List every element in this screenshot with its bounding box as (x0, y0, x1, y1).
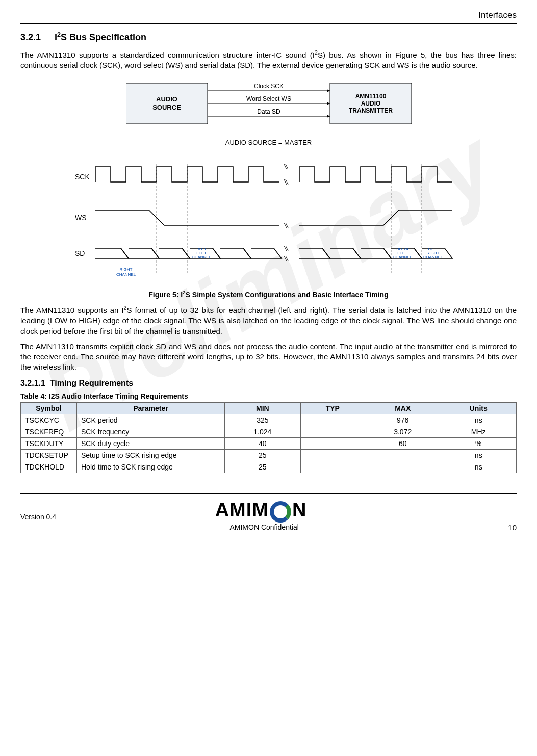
cell-min: 325 (225, 414, 301, 426)
th-symbol: Symbol (21, 402, 77, 414)
signal-clk: Clock SCK (253, 83, 283, 90)
label-sd: SD (75, 249, 85, 257)
th-parameter: Parameter (77, 402, 225, 414)
footer-version: Version 0.4 (20, 513, 56, 521)
table-row: TSCKDUTYSCK duty cycle4060% (21, 437, 517, 449)
table-row: TDCKSETUPSetup time to SCK rising edge25… (21, 449, 517, 461)
cell-parameter: Setup time to SCK rising edge (77, 449, 225, 461)
th-max: MAX (365, 402, 441, 414)
cell-units: ns (441, 414, 516, 426)
cell-max (365, 461, 441, 473)
cell-parameter: SCK period (77, 414, 225, 426)
cell-max: 60 (365, 437, 441, 449)
label-ws: WS (75, 214, 87, 222)
page-footer: Version 0.4 AMIMN AMIMON Confidential 10 (20, 493, 517, 532)
cell-typ (300, 449, 365, 461)
paragraph-1: The AMN11310 supports a standardized com… (20, 49, 517, 71)
th-typ: TYP (300, 402, 365, 414)
cell-max (365, 449, 441, 461)
cell-parameter: Hold time to SCK rising edge (77, 461, 225, 473)
signal-sd: Data SD (257, 108, 280, 115)
cell-units: MHz (441, 426, 516, 437)
cell-units: ns (441, 449, 516, 461)
timing-diagram: SCK WS SD (60, 162, 478, 285)
block-diagram: AUDIO SOURCE AMN11100 AUDIO TRANSMITTER … (126, 78, 412, 146)
header-rule (20, 23, 517, 24)
subsection-heading: 3.2.1.1 Timing Requirements (20, 379, 517, 388)
cell-max: 976 (365, 414, 441, 426)
subheading-title: Timing Requirements (50, 379, 133, 387)
cell-symbol: TDCKSETUP (21, 449, 77, 461)
paragraph-3: The AMN11310 transmits explicit clock SD… (20, 342, 517, 373)
table-row: TDCKHOLDHold time to SCK rising edge25ns (21, 461, 517, 473)
footer-confidential: AMIMON Confidential (229, 523, 298, 532)
cell-min: 25 (225, 449, 301, 461)
master-caption: AUDIO SOURCE = MASTER (126, 139, 412, 146)
cell-typ (300, 414, 365, 426)
table-header-row: Symbol Parameter MIN TYP MAX Units (21, 402, 517, 414)
right-box-line1: AMN11100 (355, 93, 386, 100)
right-channel-label: RIGHTCHANNEL (116, 267, 136, 277)
table-title: Table 4: I2S Audio Interface Timing Requ… (20, 392, 517, 400)
left-box-line1: AUDIO (156, 95, 177, 103)
cell-units: % (441, 437, 516, 449)
footer-rule (20, 493, 517, 494)
cell-symbol: TDCKHOLD (21, 461, 77, 473)
footer-page-number: 10 (508, 523, 517, 532)
header-section: Interfaces (20, 10, 517, 20)
cell-min: 40 (225, 437, 301, 449)
cell-symbol: TSCKCYC (21, 414, 77, 426)
cell-max: 3.072 (365, 426, 441, 437)
cell-parameter: SCK duty cycle (77, 437, 225, 449)
signal-ws: Word Select WS (246, 95, 291, 102)
heading-title: I2S Bus Specification (55, 32, 146, 42)
cell-min: 25 (225, 461, 301, 473)
heading-number: 3.2.1 (20, 32, 52, 43)
figure-caption: Figure 5: I2S Simple System Configuratio… (20, 290, 517, 299)
th-units: Units (441, 402, 516, 414)
cell-typ (300, 461, 365, 473)
cell-parameter: SCK frequency (77, 426, 225, 437)
timing-table: Symbol Parameter MIN TYP MAX Units TSCKC… (20, 402, 517, 473)
cell-typ (300, 437, 365, 449)
logo-o-icon (270, 501, 291, 523)
subheading-number: 3.2.1.1 (20, 379, 45, 387)
left-box-line2: SOURCE (152, 103, 181, 111)
amimon-logo: AMIMN (215, 499, 307, 521)
table-row: TSCKCYCSCK period325976ns (21, 414, 517, 426)
cell-symbol: TSCKDUTY (21, 437, 77, 449)
table-row: TSCKFREQSCK frequency1.0243.072MHz (21, 426, 517, 437)
right-box-line3: TRANSMITTER (349, 107, 393, 114)
paragraph-2: The AMN11310 supports an I2S format of u… (20, 304, 517, 336)
cell-min: 1.024 (225, 426, 301, 437)
cell-typ (300, 426, 365, 437)
right-box-line2: AUDIO (361, 100, 380, 107)
cell-units: ns (441, 461, 516, 473)
label-sck: SCK (75, 173, 90, 181)
section-heading: 3.2.1 I2S Bus Specification (20, 31, 517, 43)
cell-symbol: TSCKFREQ (21, 426, 77, 437)
th-min: MIN (225, 402, 301, 414)
